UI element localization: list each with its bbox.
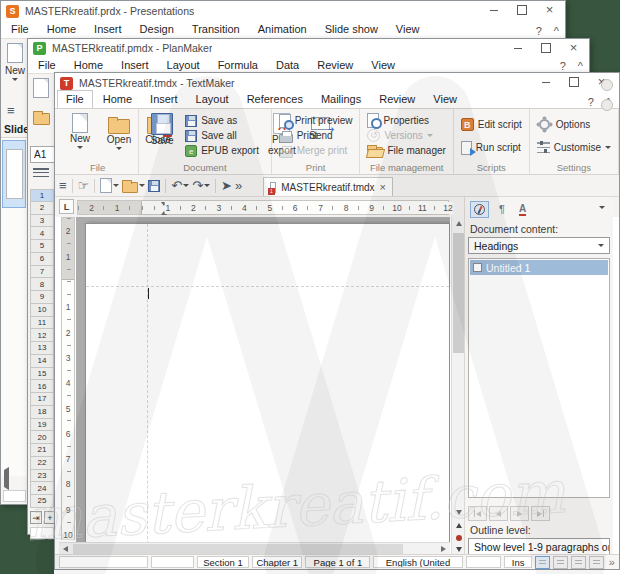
menu-layout[interactable]: Layout [188,91,237,108]
row-header-9[interactable]: 9 [30,291,54,304]
statusbar-overflow-icon[interactable]: » [609,556,615,568]
open-button[interactable]: Open [101,113,137,162]
row-header-7[interactable]: 7 [30,266,54,279]
row-header-15[interactable]: 15 [30,368,54,381]
help-icon[interactable]: ? [560,60,566,72]
scroll-right-icon[interactable] [437,543,450,555]
row-header-16[interactable]: 16 [30,380,54,393]
chapter-indicator[interactable]: Chapter 1 [252,556,302,568]
cell-reference-box[interactable]: A1 [30,146,55,163]
maximize-icon[interactable] [514,3,529,17]
scroll-left-icon[interactable] [59,543,72,555]
menu-mailings[interactable]: Mailings [313,91,369,108]
horizontal-ruler[interactable]: 21123456789101112 [77,200,449,215]
new-document-icon[interactable] [33,78,49,98]
maximize-icon[interactable] [566,75,581,89]
save-document-button[interactable] [148,180,160,192]
document-page[interactable] [85,223,450,554]
help-icon[interactable]: ? [588,96,594,108]
options-button[interactable]: Options [535,113,613,136]
maximize-icon[interactable] [538,41,553,55]
menu-view[interactable]: View [388,21,428,38]
close-tab-icon[interactable]: × [380,181,386,193]
print-preview-button[interactable]: Print preview [277,113,355,128]
status-field-2[interactable] [151,556,194,568]
menu-slide-show[interactable]: Slide show [317,21,386,38]
formatting-panel-button[interactable] [495,201,509,218]
hamburger-menu-icon[interactable]: ≡ [7,103,15,118]
go-first-icon[interactable] [468,506,487,521]
new-document-button[interactable] [100,178,119,193]
panel-menu-icon[interactable] [599,206,605,209]
properties-button[interactable]: Properties [365,113,447,128]
normal-view-button[interactable] [535,556,550,569]
row-header-17[interactable]: 17 [30,393,54,406]
object-mode-button[interactable]: ➤ [221,179,232,193]
row-header-21[interactable]: 21 [30,444,54,457]
outline-view-button[interactable] [589,556,604,569]
page-view-button[interactable] [571,556,586,569]
status-field-1[interactable] [59,556,148,568]
last-sheet-button[interactable]: ⇥ [30,511,42,524]
minimize-icon[interactable] [538,75,553,89]
continuous-view-button[interactable] [553,556,568,569]
menu-design[interactable]: Design [132,21,182,38]
language-indicator[interactable]: English (United [373,556,462,568]
open-document-button[interactable] [122,179,145,193]
row-header-12[interactable]: 12 [30,329,54,342]
menu-review[interactable]: Review [371,91,423,108]
menu-insert[interactable]: Insert [86,21,130,38]
menu-file[interactable]: File [3,21,37,38]
save-button[interactable]: Save [144,113,180,162]
edit-script-button[interactable]: Edit script [459,113,524,136]
minimize-icon[interactable] [486,3,501,17]
presentations-titlebar[interactable]: S MASTERkreatif.prdx - Presentations [1,1,565,21]
planmaker-titlebar[interactable]: P MASTERkreatif.pmdx - PlanMaker [28,39,589,57]
menu-transition[interactable]: Transition [184,21,248,38]
row-header-5[interactable]: 5 [30,240,54,253]
menu-insert[interactable]: Insert [142,91,186,108]
file-manager-button[interactable]: File manager [365,143,447,158]
row-header-20[interactable]: 20 [30,431,54,444]
hamburger-menu-icon[interactable] [33,168,49,179]
checkbox[interactable] [473,263,482,272]
horizontal-scroll-thumb[interactable] [73,544,403,554]
row-header-25[interactable]: 25 [30,495,54,508]
vertical-scrollbar[interactable] [451,217,464,554]
open-folder-icon[interactable] [33,113,50,125]
outline-level-dropdown[interactable]: Show level 1-9 paragraphs only [468,538,610,555]
epub-export-button[interactable]: EPUB export [183,143,261,158]
run-script-button[interactable]: Run script [459,136,524,159]
go-next-icon[interactable] [510,506,529,521]
scroll-left-icon[interactable] [4,470,9,488]
horizontal-scrollbar[interactable] [59,542,450,554]
new-slide-button[interactable]: New [3,43,27,81]
row-header-10[interactable]: 10 [30,304,54,317]
tab-type-selector[interactable]: L [59,199,74,214]
vertical-ruler[interactable]: 2112345678910 [61,217,75,540]
document-tab[interactable]: MASTERkreatif.tmdx × [263,177,393,196]
row-header-8[interactable]: 8 [30,278,54,291]
row-header-6[interactable]: 6 [30,253,54,266]
menu-file[interactable]: File [57,90,93,108]
save-as-button[interactable]: Save as [183,113,261,128]
new-button[interactable]: New [62,113,98,162]
menu-view[interactable]: View [425,91,465,108]
content-filter-dropdown[interactable]: Headings [468,237,610,254]
row-header-14[interactable]: 14 [30,355,54,368]
row-header-4[interactable]: 4 [30,227,54,240]
redo-button[interactable]: ↷ [192,179,210,193]
row-header-3[interactable]: 3 [30,215,54,228]
go-last-icon[interactable] [531,506,550,521]
row-header-18[interactable]: 18 [30,406,54,419]
page-indicator[interactable]: Page 1 of 1 [305,556,370,568]
insert-mode-indicator[interactable]: Ins [504,556,532,568]
sidebar-menu-button[interactable]: ≡ [59,179,67,193]
status-field-3[interactable] [466,556,502,568]
menu-home[interactable]: Home [95,91,140,108]
collapse-ribbon-icon[interactable]: ^ [554,25,559,37]
menu-home[interactable]: Home [39,21,84,38]
menu-animation[interactable]: Animation [250,21,315,38]
row-header-22[interactable]: 22 [30,457,54,470]
row-header-23[interactable]: 23 [30,470,54,483]
